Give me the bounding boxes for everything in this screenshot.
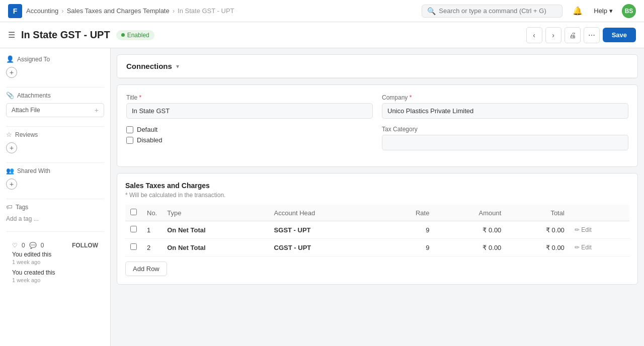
title-input[interactable] [126, 103, 373, 119]
divider-3 [6, 162, 104, 163]
row-rate-0: 9 [382, 221, 435, 239]
follow-button[interactable]: FOLLOW [72, 242, 98, 249]
tax-data-table: No. Type Account Head Rate Amount Total … [125, 205, 629, 256]
save-button[interactable]: Save [603, 28, 636, 42]
attachments-section: 📎 Attachments Attach File + [6, 92, 104, 117]
next-button[interactable]: › [545, 27, 561, 43]
tags-icon: 🏷 [6, 203, 13, 211]
status-label: Enabled [127, 32, 149, 39]
row-edit-0: ✏ Edit [570, 221, 629, 239]
layout: 👤 Assigned To + 📎 Attachments Attach Fil… [0, 48, 644, 346]
row-checkbox-1[interactable] [130, 243, 137, 250]
tax-category-input[interactable] [382, 135, 628, 150]
connections-title: Connections [126, 62, 172, 70]
header-actions-col [570, 205, 629, 221]
title-label: Title * [126, 94, 373, 101]
header-actions: ‹ › 🖨 ⋯ Save [526, 27, 636, 43]
attachments-icon: 📎 [6, 92, 14, 99]
like-icon: ♡ [12, 242, 18, 249]
prev-button[interactable]: ‹ [526, 27, 542, 43]
row-checkbox-0[interactable] [130, 226, 137, 232]
row-rate-1: 9 [382, 239, 435, 256]
select-all-checkbox[interactable] [130, 209, 137, 215]
shared-with-title: 👥 Shared With [6, 167, 104, 175]
print-button[interactable]: 🖨 [565, 27, 581, 43]
disabled-checkbox[interactable] [126, 137, 133, 144]
tax-table-card: Sales Taxes and Charges * Will be calcul… [117, 173, 638, 285]
help-chevron-icon: ▾ [609, 7, 613, 15]
assigned-to-section: 👤 Assigned To + [6, 55, 104, 78]
disabled-label[interactable]: Disabled [137, 136, 163, 144]
page-header: ☰ In State GST - UPT Enabled ‹ › 🖨 ⋯ Sav… [0, 22, 644, 48]
tax-table-title: Sales Taxes and Charges [125, 182, 629, 190]
more-button[interactable]: ⋯ [584, 27, 600, 43]
help-button[interactable]: Help ▾ [590, 5, 617, 17]
breadcrumb-current: In State GST - UPT [178, 7, 234, 15]
form-row-1: Title * Company * [126, 94, 628, 119]
row-no-0: 1 [142, 221, 162, 239]
table-row: 1 On Net Total SGST - UPT 9 ₹ 0.00 ₹ 0.0… [125, 221, 629, 239]
activity-section: ♡ 0 💬 0 FOLLOW You edited this 1 week ag… [6, 236, 104, 293]
attach-file-label: Attach File [12, 107, 40, 114]
company-label: Company * [382, 94, 628, 101]
app-logo[interactable]: F [8, 4, 22, 18]
row-account-head-0: SGST - UPT [269, 221, 382, 239]
shared-with-section: 👥 Shared With + [6, 167, 104, 190]
connections-chevron-icon: ▾ [176, 63, 179, 70]
header-no: No. [142, 205, 162, 221]
add-assigned-button[interactable]: + [6, 67, 17, 78]
activity-edited-time: 1 week ago [12, 259, 98, 265]
attachments-title: 📎 Attachments [6, 92, 104, 99]
row-account-head-1: CGST - UPT [269, 239, 382, 256]
add-review-button[interactable]: + [6, 142, 17, 153]
row-type-1: On Net Total [162, 239, 269, 256]
row-amount-1: ₹ 0.00 [434, 239, 506, 256]
attach-file-button[interactable]: Attach File + [6, 103, 104, 117]
avatar[interactable]: BS [622, 4, 636, 18]
row-amount-0: ₹ 0.00 [434, 221, 506, 239]
default-label[interactable]: Default [137, 126, 157, 133]
search-input[interactable] [439, 7, 557, 15]
divider-1 [6, 87, 104, 88]
edit-row-button-1[interactable]: ✏ Edit [575, 244, 592, 251]
search-bar[interactable]: 🔍 [422, 5, 562, 18]
tax-table-body: 1 On Net Total SGST - UPT 9 ₹ 0.00 ₹ 0.0… [125, 221, 629, 256]
status-badge: Enabled [116, 30, 154, 40]
topnav-right: 🔔 Help ▾ BS [571, 4, 636, 18]
edit-row-button-0[interactable]: ✏ Edit [575, 226, 592, 233]
default-checkbox-row: Default [126, 126, 373, 133]
add-row-button[interactable]: Add Row [125, 262, 167, 276]
breadcrumb-sep-2: › [173, 7, 175, 15]
connections-header[interactable]: Connections ▾ [117, 55, 637, 78]
activity-created-time: 1 week ago [12, 277, 98, 283]
add-tag-link[interactable]: Add a tag ... [6, 215, 39, 222]
header-type: Type [162, 205, 269, 221]
table-header-row: No. Type Account Head Rate Amount Total [125, 205, 629, 221]
default-checkbox[interactable] [126, 126, 133, 133]
title-group: Title * [126, 94, 373, 119]
hamburger-icon[interactable]: ☰ [8, 30, 15, 40]
tags-section: 🏷 Tags Add a tag ... [6, 203, 104, 222]
assigned-to-icon: 👤 [6, 55, 14, 63]
activity-stats-row: ♡ 0 💬 0 FOLLOW [12, 242, 98, 249]
divider-4 [6, 199, 104, 199]
attach-plus-icon: + [95, 106, 99, 114]
divider-2 [6, 126, 104, 127]
breadcrumb-accounting[interactable]: Accounting [26, 7, 58, 15]
header-total: Total [506, 205, 570, 221]
tax-table-note: * Will be calculated in the transaction. [125, 192, 629, 199]
breadcrumb: Accounting › Sales Taxes and Charges Tem… [26, 7, 234, 15]
company-input[interactable] [382, 103, 628, 119]
row-total-0: ₹ 0.00 [506, 221, 570, 239]
assigned-to-title: 👤 Assigned To [6, 55, 104, 63]
row-type-0: On Net Total [162, 221, 269, 239]
company-required-mark: * [410, 94, 412, 101]
notifications-button[interactable]: 🔔 [571, 4, 585, 18]
form-row-2: Default Disabled Tax Category [126, 126, 628, 150]
breadcrumb-sales-taxes[interactable]: Sales Taxes and Charges Template [67, 7, 170, 15]
shared-with-icon: 👥 [6, 167, 14, 175]
tax-category-label: Tax Category [382, 126, 628, 133]
add-shared-button[interactable]: + [6, 179, 17, 190]
tags-title: 🏷 Tags [6, 203, 104, 211]
header-rate: Rate [382, 205, 435, 221]
